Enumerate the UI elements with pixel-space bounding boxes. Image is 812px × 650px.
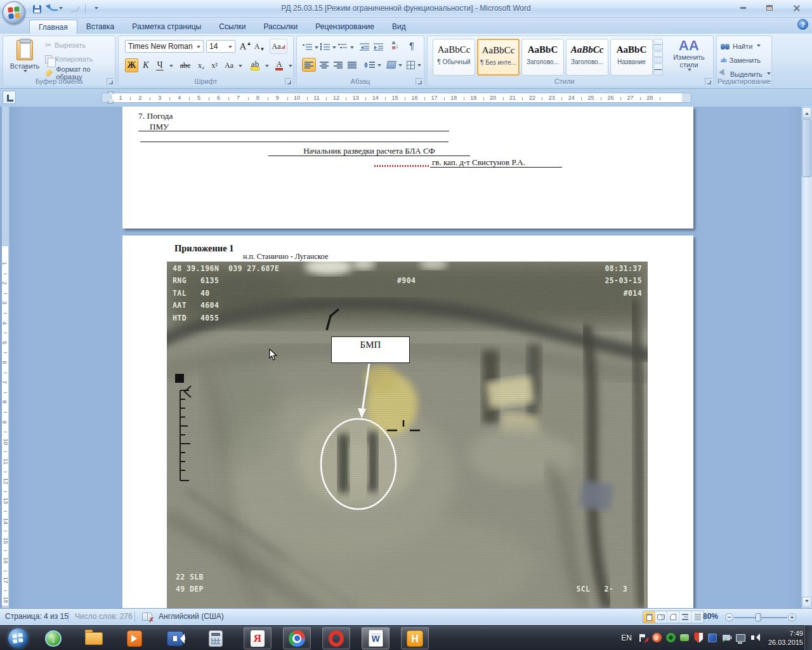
view-full-screen-reading-button[interactable] [655,611,667,623]
tab-view[interactable]: Вид [383,20,415,34]
style-card-5[interactable]: AaBbCНазвание [610,39,653,76]
styles-dialog-launcher[interactable] [705,78,712,85]
multilevel-list-button[interactable] [337,40,354,54]
paragraph-dialog-launcher[interactable] [416,78,422,85]
word-count[interactable]: Число слов: 276 [75,612,133,621]
paste-button[interactable]: Вставить [8,39,41,78]
taskbar-chrome[interactable] [283,627,311,649]
numbering-button[interactable] [320,40,336,54]
vertical-ruler[interactable]: 123456789101112131415161718 [2,107,10,608]
taskbar-yandex-browser[interactable]: Я [244,627,272,649]
grow-font-button[interactable]: A▲ [239,39,252,53]
taskbar-word[interactable]: W [362,627,390,649]
restore-button[interactable] [763,3,776,13]
replace-button[interactable]: abЗаменить [721,55,761,66]
tab-review[interactable]: Рецензирование [306,20,383,34]
style-card-2[interactable]: AaBbCc¶ Без инте... [477,39,520,76]
ruler-tick [209,97,209,100]
vertical-scrollbar[interactable] [801,107,812,608]
page-indicator[interactable]: Страница: 4 из 15 [5,612,69,621]
line-spacing-button[interactable] [363,58,382,72]
view-draft-button[interactable] [691,611,704,623]
justify-button[interactable] [345,58,359,72]
borders-button[interactable] [405,58,422,72]
bullets-button[interactable] [302,40,318,54]
style-card-1[interactable]: AaBbCc¶ Обычный [433,39,475,76]
zoom-out-button[interactable]: − [725,613,733,621]
taskbar-file-explorer[interactable] [80,627,108,649]
clipboard-dialog-launcher[interactable] [107,78,114,85]
change-case-dropdown[interactable] [235,58,243,72]
subscript-button[interactable]: x₂ [195,58,207,72]
font-color-button[interactable]: А [272,57,286,71]
shading-button[interactable] [386,58,403,72]
styles-scroll-up[interactable] [653,39,663,51]
spellcheck-icon[interactable] [142,613,152,621]
tab-references[interactable]: Ссылки [210,20,254,34]
underline-button[interactable]: Ч [154,58,166,72]
strikethrough-button[interactable]: abc [177,58,193,72]
tab-mailings[interactable]: Рассылки [254,20,306,34]
language-indicator[interactable]: Английский (США) [159,612,224,621]
cut-icon: ✂ [45,41,51,50]
tab-selector-button[interactable] [3,91,16,104]
highlight-button[interactable]: ab [247,57,263,71]
close-button[interactable] [789,3,803,13]
styles-more-button[interactable] [653,63,663,76]
tab-home[interactable]: Главная [29,20,77,34]
superscript-button[interactable]: x² [208,58,221,72]
scroll-down-button[interactable] [802,597,811,607]
align-left-button[interactable] [302,58,316,72]
taskbar-volume-mixer[interactable] [161,627,189,649]
increase-indent-button[interactable] [372,40,384,54]
underline-dropdown[interactable] [166,58,174,72]
document-page-4[interactable]: 7. Погода ПМУ Начальник разведки расчета… [122,107,693,229]
align-center-button[interactable] [317,58,331,72]
scrollbar-thumb[interactable] [802,119,811,177]
styles-scroll-down[interactable] [653,51,663,63]
view-outline-button[interactable] [679,611,691,623]
view-print-layout-button[interactable] [643,611,655,623]
taskbar-h-app[interactable]: H [401,627,429,649]
office-button[interactable] [3,1,25,24]
font-size-combo[interactable]: 14 [206,40,235,53]
tab-page-layout[interactable]: Разметка страницы [123,20,210,34]
scroll-up-button[interactable] [802,107,811,118]
view-web-layout-button[interactable] [667,611,679,623]
italic-button[interactable]: К [140,58,152,72]
style-card-3[interactable]: AaBbCЗаголово... [521,39,564,76]
document-page-5[interactable]: Приложение 1 н.п. Станично - Луганское [122,235,693,608]
font-dialog-launcher[interactable] [285,78,292,85]
tab-insert[interactable]: Вставка [77,20,124,34]
shrink-font-button[interactable]: A▼ [253,39,266,53]
highlight-dropdown[interactable] [262,58,270,72]
style-card-4[interactable]: AaBbCcЗаголово... [566,39,608,76]
font-family-combo[interactable]: Times New Roman [125,40,204,53]
bold-button[interactable]: Ж [125,58,138,72]
signature-title: Начальник разведки расчета БЛА СФ [268,146,470,156]
group-font: Times New Roman 14 A▲ A▼ Aa◢ Ж К Ч abc x… [118,36,294,87]
help-button[interactable]: ? [797,19,808,30]
find-button[interactable]: Найти [721,41,761,52]
sort-button[interactable]: АЯ ↓ [388,39,402,53]
show-desktop-button[interactable] [804,625,812,650]
taskbar-download-manager[interactable]: ↓ [39,627,67,649]
zoom-level[interactable]: 80% [703,612,718,621]
font-size-dropdown-icon [228,46,232,50]
taskbar-calculator[interactable] [202,627,230,649]
cut-button[interactable]: ✂Вырезать [45,40,115,50]
zoom-slider-handle[interactable] [756,613,761,621]
show-marks-button[interactable]: ¶ [405,39,419,53]
minimize-button[interactable] [736,3,750,13]
decrease-indent-button[interactable] [358,40,370,54]
taskbar-opera[interactable] [322,627,350,649]
taskbar-media-player[interactable] [121,627,148,649]
align-right-button[interactable] [331,58,345,72]
clear-formatting-button[interactable]: Aa◢ [270,39,287,54]
zoom-in-button[interactable]: + [788,613,796,621]
font-color-dropdown[interactable] [285,58,293,72]
horizontal-ruler[interactable]: 1234567891011121314151617181920212223242… [102,93,691,103]
taskbar-start[interactable] [4,627,32,649]
change-case-button[interactable]: Aa [222,58,236,72]
copy-button[interactable]: Копировать [45,54,115,64]
